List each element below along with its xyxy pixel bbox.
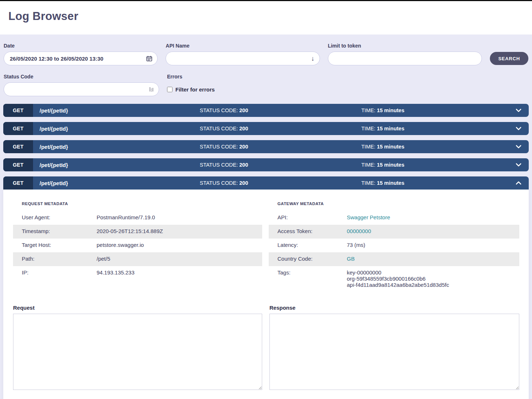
log-row-header[interactable]: GET /pet/{petId} STATUS CODE: 200 TIME: …: [3, 104, 529, 117]
date-label: Date: [4, 43, 158, 49]
log-row-header[interactable]: GET /pet/{petId} STATUS CODE: 200 TIME: …: [3, 176, 529, 190]
log-detail-panel: REQUEST METADATA User Agent: PostmanRunt…: [3, 190, 529, 399]
log-row-status: STATUS CODE: 200: [196, 126, 358, 131]
log-row-time: TIME: 15 minutes: [358, 107, 508, 113]
status-code-shell[interactable]: [4, 82, 159, 96]
method-badge: GET: [3, 122, 33, 135]
filters-section: Date: [3, 43, 529, 96]
log-row-status: STATUS CODE: 200: [196, 144, 358, 150]
log-item: GET /pet/{petId} STATUS CODE: 200 TIME: …: [3, 104, 529, 117]
meta-row-path: Path: /pet/5: [13, 252, 262, 266]
log-row-time: TIME: 15 minutes: [358, 126, 508, 131]
meta-row-tags: Tags: key-00000000 org-59f348559f3cb9000…: [269, 266, 519, 291]
page-title: Log Browser: [8, 10, 532, 23]
main-content: Date: [0, 34, 532, 399]
method-badge: GET: [3, 158, 33, 171]
request-metadata-section: REQUEST METADATA User Agent: PostmanRunt…: [13, 201, 262, 291]
log-row-path: /pet/{petId}: [33, 144, 196, 150]
method-badge: GET: [3, 104, 33, 117]
meta-row-country-code: Country Code: GB: [269, 252, 519, 266]
meta-row-api: API: Swagger Petstore: [269, 211, 519, 225]
log-row-time: TIME: 15 minutes: [358, 162, 508, 168]
errors-label: Errors: [167, 74, 322, 80]
log-row-header[interactable]: GET /pet/{petId} STATUS CODE: 200 TIME: …: [3, 158, 529, 171]
meta-row-latency: Latency: 73 (ms): [269, 239, 519, 252]
meta-row-timestamp: Timestamp: 2020-05-26T12:15:14.889Z: [13, 225, 262, 239]
api-link[interactable]: Swagger Petstore: [347, 214, 390, 220]
filter-errors-checkbox-label[interactable]: Filter for errors: [175, 86, 215, 93]
gateway-metadata-title: GATEWAY METADATA: [277, 201, 519, 206]
log-list: GET /pet/{petId} STATUS CODE: 200 TIME: …: [3, 104, 529, 399]
log-row-status: STATUS CODE: 200: [196, 162, 358, 168]
method-badge: GET: [3, 176, 33, 190]
status-code-field: Status Code: [4, 74, 159, 96]
log-row-header[interactable]: GET /pet/{petId} STATUS CODE: 200 TIME: …: [3, 140, 529, 153]
log-row-path: /pet/{petId}: [33, 107, 196, 114]
limit-to-token-label: Limit to token: [328, 43, 482, 49]
date-field: Date: [4, 43, 158, 65]
log-row-status: STATUS CODE: 200: [196, 107, 358, 113]
api-name-label: API Name: [166, 43, 320, 49]
log-item: GET /pet/{petId} STATUS CODE: 200 TIME: …: [3, 158, 529, 171]
meta-row-user-agent: User Agent: PostmanRuntime/7.19.0: [13, 211, 262, 225]
log-row-time: TIME: 15 minutes: [358, 180, 508, 186]
log-item: GET /pet/{petId} STATUS CODE: 200 TIME: …: [3, 122, 529, 135]
bars-icon: [149, 86, 154, 92]
log-row-path: /pet/{petId}: [33, 162, 196, 168]
request-metadata-table: User Agent: PostmanRuntime/7.19.0 Timest…: [13, 211, 262, 280]
api-name-field: API Name ↓: [166, 43, 320, 65]
date-input[interactable]: [10, 56, 143, 62]
log-row-status: STATUS CODE: 200: [196, 180, 358, 186]
limit-to-token-field: Limit to token: [328, 43, 482, 65]
chevron-down-icon[interactable]: [508, 145, 529, 148]
chevron-down-icon[interactable]: [508, 109, 529, 112]
meta-row-target-host: Target Host: petstore.swagger.io: [13, 239, 262, 252]
log-row-time: TIME: 15 minutes: [358, 144, 508, 150]
meta-row-ip: IP: 94.193.135.233: [13, 266, 262, 280]
search-button[interactable]: SEARCH: [490, 52, 528, 65]
request-body-textarea[interactable]: [13, 314, 262, 390]
date-input-shell[interactable]: [4, 52, 158, 65]
method-badge: GET: [3, 140, 33, 153]
limit-to-token-input[interactable]: [334, 56, 476, 62]
filter-errors-checkbox[interactable]: [167, 87, 172, 92]
chevron-down-icon[interactable]: [508, 163, 529, 167]
api-name-input[interactable]: [172, 56, 308, 62]
gateway-metadata-table: API: Swagger Petstore Access Token: 0000…: [269, 211, 519, 291]
meta-row-access-token: Access Token: 00000000: [269, 225, 519, 239]
response-body-label: Response: [269, 305, 519, 311]
status-code-label: Status Code: [4, 74, 159, 80]
log-item-expanded: GET /pet/{petId} STATUS CODE: 200 TIME: …: [3, 176, 529, 399]
country-code-link[interactable]: GB: [347, 256, 355, 262]
log-row-header[interactable]: GET /pet/{petId} STATUS CODE: 200 TIME: …: [3, 122, 529, 135]
log-row-path: /pet/{petId}: [33, 180, 196, 186]
request-body-label: Request: [13, 305, 262, 311]
response-body-section: Response: [269, 305, 519, 391]
down-arrow-icon[interactable]: ↓: [311, 55, 314, 62]
status-code-input[interactable]: [10, 86, 146, 93]
log-row-path: /pet/{petId}: [33, 126, 196, 132]
request-metadata-title: REQUEST METADATA: [22, 201, 262, 206]
limit-to-token-shell[interactable]: [328, 52, 482, 65]
request-body-section: Request: [13, 305, 262, 391]
api-name-select[interactable]: ↓: [166, 52, 320, 65]
log-item: GET /pet/{petId} STATUS CODE: 200 TIME: …: [3, 140, 529, 153]
access-token-link[interactable]: 00000000: [347, 228, 371, 234]
chevron-down-icon[interactable]: [508, 127, 529, 130]
calendar-icon[interactable]: [146, 56, 152, 61]
response-body-textarea[interactable]: [269, 314, 519, 390]
errors-field: Errors Filter for errors: [167, 74, 322, 96]
gateway-metadata-section: GATEWAY METADATA API: Swagger Petstore A…: [269, 201, 519, 291]
chevron-up-icon[interactable]: [508, 181, 529, 185]
page-header: Log Browser: [0, 1, 532, 34]
